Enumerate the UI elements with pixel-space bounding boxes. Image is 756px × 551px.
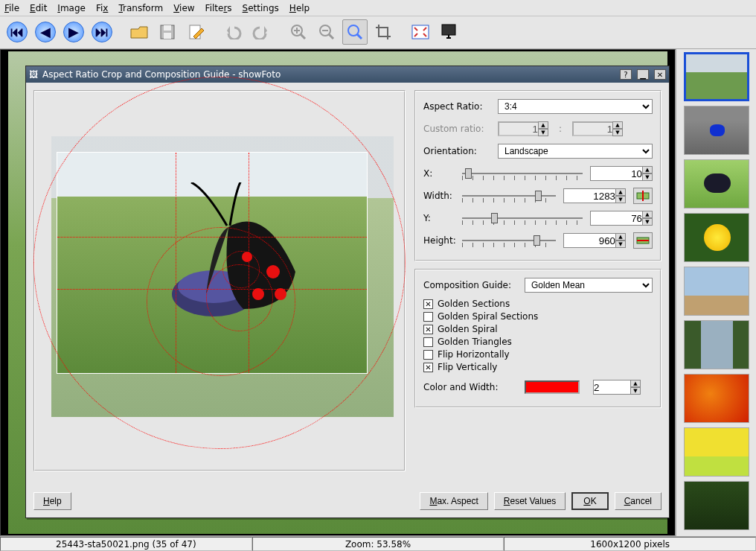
- dialog-help-button[interactable]: ?: [620, 69, 632, 80]
- composition-group: Composition Guide: Golden Mean ✕Golden S…: [414, 269, 662, 408]
- thumbnail[interactable]: [684, 213, 749, 262]
- aspect-ratio-label: Aspect Ratio:: [423, 101, 493, 112]
- thumbnail[interactable]: [684, 267, 749, 316]
- flip-horizontal-checkbox[interactable]: Flip Horizontally: [423, 349, 653, 360]
- svg-rect-2: [164, 33, 171, 39]
- width-label: Width:: [423, 191, 458, 201]
- dialog-minimize-button[interactable]: ▁: [637, 69, 649, 80]
- orientation-label: Orientation:: [423, 146, 493, 156]
- crop-dialog: 🖼 Aspect Ratio Crop and Composition Guid…: [25, 66, 670, 518]
- dialog-app-icon: 🖼: [29, 69, 38, 80]
- status-dimensions: 1600x1200 pixels: [504, 537, 756, 551]
- width-center-button[interactable]: [633, 188, 653, 204]
- width-slider[interactable]: [462, 188, 556, 203]
- zoom-out-button[interactable]: [314, 19, 339, 45]
- max-aspect-button[interactable]: Max. Aspect: [420, 492, 487, 510]
- dialog-close-button[interactable]: ✕: [654, 69, 666, 80]
- thumbnail[interactable]: [684, 159, 749, 208]
- height-field[interactable]: ▲▼: [563, 233, 626, 248]
- geometry-group: Aspect Ratio: 3:4 Custom ratio: ▲▼ : ▲▼ …: [414, 90, 662, 261]
- thumbnail[interactable]: [684, 374, 749, 423]
- fullscreen-button[interactable]: [408, 19, 433, 45]
- custom-ratio-a: ▲▼: [498, 121, 548, 136]
- zoom-fit-button[interactable]: [342, 19, 368, 45]
- y-slider[interactable]: [462, 211, 583, 226]
- crop-selection[interactable]: [57, 153, 367, 373]
- guide-width-field[interactable]: ▲▼: [593, 380, 641, 395]
- save-button[interactable]: [155, 19, 180, 45]
- x-slider[interactable]: [462, 166, 583, 181]
- reset-values-button[interactable]: Reset Values: [494, 492, 566, 510]
- status-zoom: Zoom: 53.58%: [252, 537, 504, 551]
- custom-ratio-b: ▲▼: [572, 121, 623, 136]
- aspect-ratio-select[interactable]: 3:4: [498, 99, 653, 114]
- color-width-label: Color and Width:: [423, 382, 520, 392]
- custom-ratio-separator: :: [553, 124, 568, 134]
- nav-next-button[interactable]: ▶: [61, 19, 86, 45]
- golden-spiral-checkbox[interactable]: ✕Golden Spiral: [423, 324, 653, 334]
- thumbnail-panel[interactable]: [676, 49, 756, 536]
- menu-image[interactable]: Image: [57, 3, 86, 13]
- golden-triangles-checkbox[interactable]: Golden Triangles: [423, 337, 653, 347]
- svg-rect-8: [442, 25, 455, 35]
- svg-point-6: [348, 25, 359, 36]
- zoom-in-button[interactable]: [286, 19, 311, 45]
- golden-spiral-sections-checkbox[interactable]: Golden Spiral Sections: [423, 311, 653, 322]
- slideshow-button[interactable]: [436, 19, 461, 45]
- x-field[interactable]: ▲▼: [590, 166, 653, 181]
- menu-view[interactable]: View: [173, 3, 194, 13]
- svg-rect-7: [412, 25, 429, 39]
- width-field[interactable]: ▲▼: [563, 188, 626, 203]
- composition-guide-label: Composition Guide:: [423, 280, 520, 290]
- height-slider[interactable]: [462, 233, 556, 248]
- flip-vertical-checkbox[interactable]: ✕Flip Vertically: [423, 362, 653, 372]
- status-bar: 25443-sta50021.png (35 of 47) Zoom: 53.5…: [0, 536, 756, 551]
- help-button[interactable]: Help: [33, 492, 71, 510]
- crop-preview[interactable]: [33, 90, 406, 471]
- menu-edit[interactable]: Edit: [30, 3, 47, 13]
- thumbnail[interactable]: [684, 52, 749, 101]
- undo-button[interactable]: [220, 19, 246, 45]
- menu-transform[interactable]: Transform: [118, 3, 163, 13]
- open-button[interactable]: [126, 19, 152, 45]
- menu-file[interactable]: File: [4, 3, 19, 13]
- thumbnail[interactable]: [684, 481, 749, 530]
- nav-first-button[interactable]: ⏮: [4, 19, 30, 45]
- y-label: Y:: [423, 213, 458, 223]
- guide-color-button[interactable]: [525, 380, 580, 394]
- toolbar: ⏮ ◀ ▶ ⏭: [0, 16, 756, 49]
- x-label: X:: [423, 168, 458, 179]
- cancel-button[interactable]: Cancel: [615, 492, 662, 510]
- ok-button[interactable]: OK: [571, 492, 608, 510]
- height-center-button[interactable]: [633, 232, 653, 249]
- nav-prev-button[interactable]: ◀: [33, 19, 58, 45]
- thumbnail[interactable]: [684, 106, 749, 155]
- edit-button[interactable]: [183, 19, 208, 45]
- nav-last-button[interactable]: ⏭: [89, 19, 115, 45]
- golden-sections-checkbox[interactable]: ✕Golden Sections: [423, 299, 653, 309]
- custom-ratio-label: Custom ratio:: [423, 124, 493, 134]
- menubar: File Edit Image Fix Transform View Filte…: [0, 0, 756, 16]
- svg-rect-1: [164, 25, 171, 31]
- orientation-select[interactable]: Landscape: [498, 144, 653, 159]
- menu-help[interactable]: Help: [289, 3, 310, 13]
- dialog-titlebar[interactable]: 🖼 Aspect Ratio Crop and Composition Guid…: [26, 66, 669, 83]
- thumbnail[interactable]: [684, 427, 749, 477]
- composition-guide-select[interactable]: Golden Mean: [525, 278, 653, 293]
- crop-button[interactable]: [371, 19, 396, 45]
- menu-settings[interactable]: Settings: [243, 3, 279, 13]
- thumbnail[interactable]: [684, 320, 749, 369]
- status-filename: 25443-sta50021.png (35 of 47): [0, 537, 252, 551]
- y-field[interactable]: ▲▼: [590, 211, 653, 226]
- redo-button[interactable]: [249, 19, 274, 45]
- height-label: Height:: [423, 235, 458, 246]
- menu-filters[interactable]: Filters: [205, 3, 232, 13]
- menu-fix[interactable]: Fix: [96, 3, 108, 13]
